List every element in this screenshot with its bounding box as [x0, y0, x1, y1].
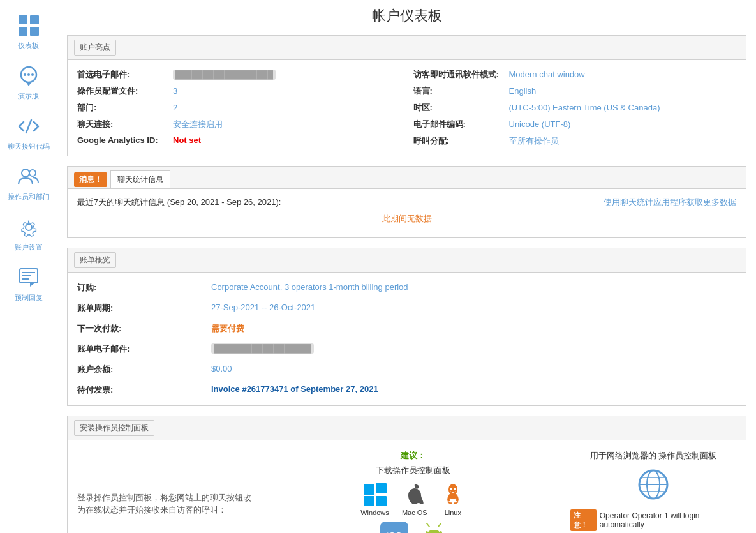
- field-value-tz[interactable]: (UTC-5:00) Eastern Time (US & Canada): [509, 103, 660, 112]
- field-label-email: 首选电子邮件:: [77, 69, 173, 80]
- sidebar-item-canned[interactable]: 预制回复: [0, 259, 57, 309]
- field-label-dept: 部门:: [77, 102, 173, 114]
- field-value-ga: Not set: [173, 135, 201, 145]
- billing-link-4[interactable]: $0.00: [211, 364, 232, 373]
- install-title: 安装操作员控制面板: [74, 420, 154, 436]
- billing-section: 账单概览 订购: Corporate Account, 3 operators …: [67, 248, 746, 406]
- os-icons: Windows Mac OS: [360, 481, 466, 516]
- users-icon: [16, 164, 41, 190]
- billing-value-0: Corporate Account, 3 operators 1-month b…: [211, 279, 736, 297]
- svg-point-7: [31, 73, 34, 76]
- billing-label-4: 账户余额:: [77, 361, 205, 379]
- sidebar-item-canned-label: 预制回复: [15, 293, 43, 303]
- billing-value-2: 需要付费: [211, 320, 736, 338]
- billing-value-1: 27-Sep-2021 -- 26-Oct-2021: [211, 299, 736, 317]
- install-download-label: 下载操作员控制面板: [376, 465, 450, 476]
- linux-label: Linux: [445, 509, 461, 516]
- svg-rect-17: [376, 483, 387, 493]
- field-label-encoding: 电子邮件编码:: [413, 119, 509, 130]
- grid-icon: [16, 13, 41, 38]
- field-row-chat-mode: 访客即时通讯软件模式: Modern chat window: [413, 66, 737, 83]
- billing-link-1[interactable]: 27-Sep-2021 -- 26-Oct-2021: [211, 303, 315, 312]
- field-row-lang: 语言: English: [413, 83, 737, 100]
- field-label-tz: 时区:: [413, 102, 509, 114]
- sidebar-item-demo-label: 演示版: [18, 91, 39, 101]
- os-icon-linux[interactable]: Linux: [440, 481, 466, 516]
- install-recommend-label: 建议：: [401, 450, 426, 462]
- billing-grid: 订购: Corporate Account, 3 operators 1-mon…: [77, 279, 736, 399]
- sidebar-item-chat-code-label: 聊天接钮代码: [8, 142, 50, 151]
- stats-link[interactable]: 使用聊天统计应用程序获取更多数据: [604, 197, 736, 208]
- os-icon-macos[interactable]: Mac OS: [402, 481, 427, 516]
- svg-rect-0: [19, 15, 27, 24]
- os-icon-windows[interactable]: Windows: [360, 481, 389, 516]
- sidebar-item-operators[interactable]: 操作员和部门: [0, 158, 57, 208]
- warning-tag: 注意！: [570, 509, 597, 531]
- svg-line-26: [438, 523, 441, 527]
- field-value-chat-conn[interactable]: 安全连接启用: [173, 119, 223, 130]
- field-value-operators[interactable]: 3: [173, 86, 177, 96]
- apple-icon: [402, 481, 427, 507]
- sidebar-item-operators-label: 操作员和部门: [8, 192, 50, 202]
- field-label-ga: Google Analytics ID:: [77, 135, 173, 145]
- account-highlights-title: 账户亮点: [74, 40, 116, 56]
- billing-email-blurred: ██████████████████: [211, 343, 314, 354]
- install-left-text: 登录操作员控制面板，将您网站上的聊天按钮改为在线状态并开始接收来自访客的呼叫：: [77, 492, 256, 516]
- billing-body: 订购: Corporate Account, 3 operators 1-mon…: [68, 273, 746, 405]
- field-row-routing: 呼叫分配: 至所有操作员: [413, 133, 737, 149]
- sidebar-item-chat-code[interactable]: 聊天接钮代码: [0, 107, 57, 158]
- sidebar: 仪表板 演示版 聊天接钮代码: [0, 0, 57, 533]
- svg-point-5: [24, 73, 26, 76]
- svg-point-11: [26, 224, 32, 230]
- billing-label-2: 下一次付款:: [77, 320, 205, 338]
- os-icon-android[interactable]: Android: [421, 522, 447, 533]
- svg-rect-3: [30, 27, 39, 36]
- tab-alert[interactable]: 消息！: [74, 172, 107, 187]
- account-highlights-section: 账户亮点 首选电子邮件: ██████████████████ 操作员配置文件:…: [67, 35, 746, 156]
- field-value-encoding[interactable]: Unicode (UTF-8): [509, 119, 571, 129]
- code-icon: [16, 114, 41, 139]
- sidebar-item-dashboard-label: 仪表板: [18, 41, 39, 50]
- sidebar-item-settings[interactable]: 账户设置: [0, 208, 57, 259]
- install-section: 安装操作员控制面板 登录操作员控制面板，将您网站上的聊天按钮改为在线状态并开始接…: [67, 416, 746, 533]
- page-title: 帐户仪表板: [67, 6, 746, 26]
- gear-icon: [16, 214, 41, 240]
- svg-point-10: [29, 170, 36, 176]
- sidebar-item-demo[interactable]: 演示版: [0, 57, 57, 107]
- warning-text: Operator Operator 1 will login automatic…: [600, 511, 736, 529]
- chat-icon: [16, 63, 41, 89]
- field-value-routing[interactable]: 至所有操作员: [509, 135, 559, 147]
- field-value-email: ██████████████████: [173, 70, 276, 80]
- os-icon-ios[interactable]: iOS iOS: [380, 522, 408, 533]
- field-value-dept[interactable]: 2: [173, 103, 177, 112]
- install-right-title: 用于网络浏览器的 操作员控制面板: [590, 450, 717, 462]
- field-label-lang: 语言:: [413, 86, 509, 97]
- svg-rect-19: [376, 496, 387, 506]
- field-label-chat-conn: 聊天连接:: [77, 119, 173, 130]
- field-row-tz: 时区: (UTC-5:00) Eastern Time (US & Canada…: [413, 100, 737, 116]
- sidebar-item-settings-label: 账户设置: [15, 243, 43, 252]
- windows-icon: [362, 481, 388, 507]
- billing-value-3: ██████████████████: [211, 340, 736, 358]
- billing-title: 账单概览: [74, 252, 116, 268]
- svg-point-9: [22, 169, 29, 177]
- billing-link-5[interactable]: Invoice #261773471 of September 27, 2021: [211, 384, 378, 394]
- billing-link-0[interactable]: Corporate Account, 3 operators 1-month b…: [211, 282, 408, 292]
- reply-icon: [16, 265, 41, 290]
- stats-tab-bar: 消息！ 聊天统计信息: [68, 167, 746, 189]
- stats-nodata: 此期间无数据: [77, 208, 736, 230]
- field-value-lang[interactable]: English: [509, 86, 537, 96]
- svg-rect-16: [364, 484, 374, 495]
- field-row-operators: 操作员配置文件: 3: [77, 83, 401, 100]
- sidebar-item-dashboard[interactable]: 仪表板: [0, 6, 57, 57]
- svg-rect-2: [19, 27, 27, 36]
- install-center: 建议： 下载操作员控制面板 Windows: [269, 450, 558, 533]
- stats-body: 最近7天的聊天统计信息 (Sep 20, 2021 - Sep 26, 2021…: [68, 189, 746, 237]
- field-row-ga: Google Analytics ID: Not set: [77, 133, 401, 147]
- billing-label-5: 待付发票:: [77, 381, 205, 399]
- tab-stats[interactable]: 聊天统计信息: [110, 170, 170, 188]
- highlights-left: 首选电子邮件: ██████████████████ 操作员配置文件: 3 部门…: [77, 66, 401, 149]
- web-icon: [637, 468, 670, 503]
- field-value-chat-mode[interactable]: Modern chat window: [509, 70, 585, 79]
- field-label-chat-mode: 访客即时通讯软件模式:: [413, 69, 509, 80]
